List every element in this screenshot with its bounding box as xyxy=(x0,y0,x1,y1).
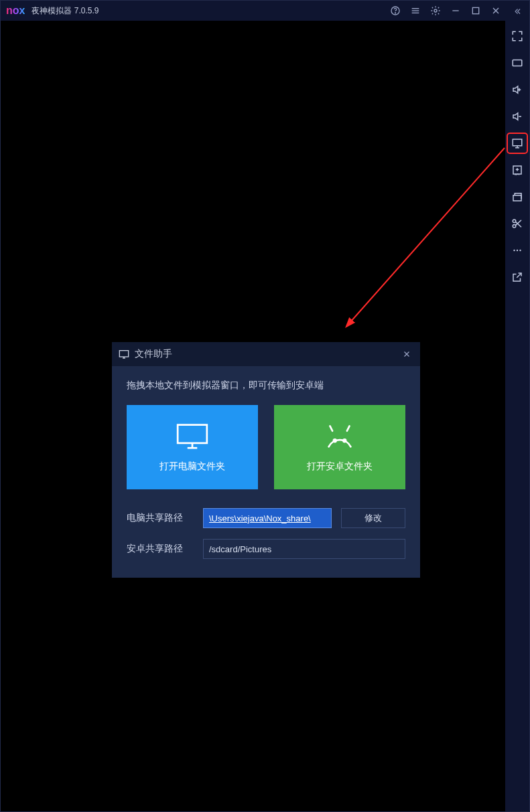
svg-text:APK: APK xyxy=(515,173,520,176)
svg-rect-16 xyxy=(178,424,207,442)
main-area: nox 夜神模拟器 7.0.5.9 xyxy=(1,1,505,811)
fullscreen-icon[interactable] xyxy=(509,27,526,45)
file-helper-icon xyxy=(119,349,129,359)
pc-path-input[interactable] xyxy=(203,508,332,528)
maximize-icon[interactable] xyxy=(470,5,481,16)
dialog-close-icon[interactable] xyxy=(400,347,413,361)
install-apk-icon[interactable]: APK xyxy=(509,161,526,179)
multi-instance-icon[interactable] xyxy=(509,188,526,206)
android-path-input[interactable] xyxy=(203,539,405,559)
pc-path-label: 电脑共享路径 xyxy=(127,512,194,524)
dialog-hint: 拖拽本地文件到模拟器窗口，即可传输到安卓端 xyxy=(127,380,405,392)
dialog-body: 拖拽本地文件到模拟器窗口，即可传输到安卓端 打开电脑文件夹 xyxy=(112,366,420,578)
open-android-folder-button[interactable]: 打开安卓文件夹 xyxy=(274,405,405,489)
dialog-title-bar: 文件助手 xyxy=(112,342,420,366)
svg-marker-30 xyxy=(513,113,518,120)
svg-line-19 xyxy=(330,426,332,430)
svg-line-10 xyxy=(350,148,505,322)
svg-rect-32 xyxy=(513,139,522,146)
pc-path-row: 电脑共享路径 修改 xyxy=(127,508,405,528)
dialog-title: 文件助手 xyxy=(135,348,400,360)
volume-down-icon[interactable] xyxy=(509,108,526,125)
android-icon xyxy=(321,422,358,451)
svg-point-45 xyxy=(517,250,518,251)
svg-point-21 xyxy=(334,439,336,442)
svg-rect-7 xyxy=(472,7,478,13)
svg-point-22 xyxy=(343,439,346,442)
emulator-screen[interactable]: 文件助手 拖拽本地文件到模拟器窗口，即可传输到安卓端 打开电脑文件夹 xyxy=(1,21,505,811)
svg-rect-11 xyxy=(119,351,128,357)
volume-up-icon[interactable] xyxy=(509,81,526,98)
open-pc-folder-label: 打开电脑文件夹 xyxy=(159,461,225,473)
keyboard-mapping-icon[interactable] xyxy=(509,54,526,72)
app-title: 夜神模拟器 7.0.5.9 xyxy=(31,5,390,17)
svg-point-44 xyxy=(513,250,515,251)
open-android-folder-label: 打开安卓文件夹 xyxy=(307,461,373,473)
edit-path-button[interactable]: 修改 xyxy=(341,508,405,528)
collapse-sidebar-icon[interactable] xyxy=(505,5,529,18)
title-bar-actions xyxy=(390,5,501,16)
svg-marker-27 xyxy=(513,86,518,94)
svg-line-20 xyxy=(347,426,350,430)
close-icon[interactable] xyxy=(490,5,501,16)
folder-buttons: 打开电脑文件夹 打开安卓文件夹 xyxy=(127,405,405,489)
android-path-row: 安卓共享路径 xyxy=(127,539,405,559)
minimize-icon[interactable] xyxy=(450,5,461,16)
monitor-icon xyxy=(174,422,211,451)
scissors-icon[interactable] xyxy=(509,215,526,232)
open-external-icon[interactable] xyxy=(509,268,526,286)
svg-point-5 xyxy=(434,9,437,12)
svg-point-1 xyxy=(395,13,395,13)
logo: nox xyxy=(6,5,25,17)
svg-point-46 xyxy=(519,250,521,251)
help-icon[interactable] xyxy=(390,5,401,16)
file-helper-dialog: 文件助手 拖拽本地文件到模拟器窗口，即可传输到安卓端 打开电脑文件夹 xyxy=(112,342,420,578)
more-icon[interactable] xyxy=(509,242,526,259)
gear-icon[interactable] xyxy=(430,5,441,16)
file-transfer-icon[interactable] xyxy=(509,135,526,152)
side-toolbar: APK xyxy=(505,1,529,811)
svg-rect-23 xyxy=(513,60,522,66)
open-pc-folder-button[interactable]: 打开电脑文件夹 xyxy=(127,405,258,489)
svg-line-47 xyxy=(517,273,521,278)
app-window: nox 夜神模拟器 7.0.5.9 xyxy=(0,0,530,812)
android-path-label: 安卓共享路径 xyxy=(127,543,194,555)
svg-rect-39 xyxy=(513,195,521,201)
menu-icon[interactable] xyxy=(410,5,421,16)
title-bar: nox 夜神模拟器 7.0.5.9 xyxy=(1,1,505,21)
